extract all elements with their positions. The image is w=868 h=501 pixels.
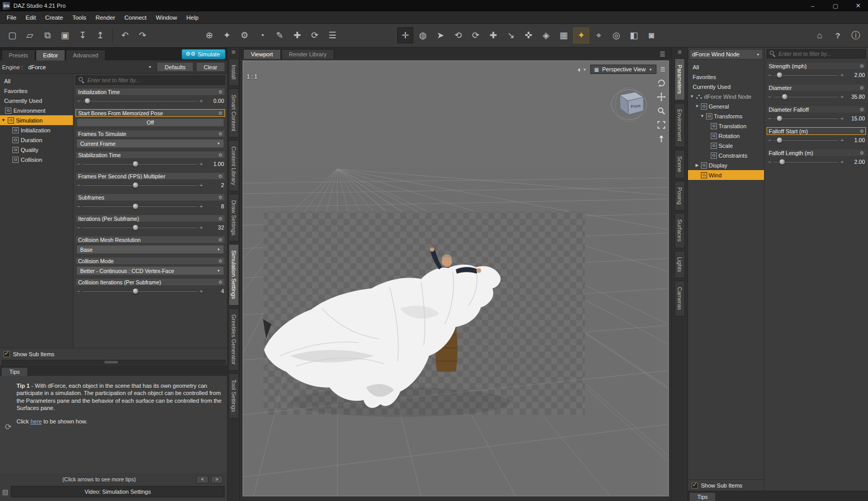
gear-icon[interactable]: ⚙ bbox=[218, 174, 222, 179]
export-icon[interactable]: ↥ bbox=[92, 27, 108, 43]
slider-decrement[interactable]: − bbox=[77, 224, 81, 231]
save-file-icon[interactable]: ▣ bbox=[57, 27, 73, 43]
slider-handle[interactable] bbox=[132, 161, 139, 167]
slider-handle[interactable] bbox=[779, 159, 785, 165]
tree-item-favorites[interactable]: Favorites bbox=[688, 72, 764, 82]
category-collision[interactable]: GCollision bbox=[0, 155, 73, 164]
slider-decrement[interactable]: − bbox=[768, 115, 772, 122]
node-selection-tool-icon[interactable]: ➤ bbox=[432, 27, 448, 43]
slider-increment[interactable]: + bbox=[199, 182, 203, 188]
show-sub-items-checkbox[interactable] bbox=[4, 351, 10, 357]
filter-input[interactable] bbox=[779, 51, 863, 57]
slider-track[interactable] bbox=[774, 135, 838, 145]
slider-track[interactable] bbox=[774, 70, 838, 80]
collision-mode-dropdown[interactable]: Better - Continuous : CCD Vertex-Face▼ bbox=[77, 266, 224, 275]
tab-environment[interactable]: Environment bbox=[675, 103, 685, 147]
surface-selection-icon[interactable]: ◧ bbox=[626, 27, 642, 43]
engine-select[interactable]: dForce▼ bbox=[25, 63, 154, 72]
menu-edit[interactable]: Edit bbox=[21, 12, 41, 23]
dform-tool-icon[interactable]: ◈ bbox=[538, 27, 554, 43]
slider-decrement[interactable]: − bbox=[77, 203, 81, 209]
scale-tool-icon[interactable]: ↘ bbox=[503, 27, 519, 43]
gear-icon[interactable]: ⚙ bbox=[218, 195, 222, 200]
category-all[interactable]: All bbox=[0, 76, 73, 86]
tab-presets[interactable]: Presets bbox=[2, 50, 35, 60]
tips-here-link[interactable]: here bbox=[31, 418, 42, 424]
viewport-canvas[interactable]: 1 : 1 ◐▼ ▦ Perspective View ▼ ☰ bbox=[243, 60, 669, 496]
slider-value[interactable]: 0.00 bbox=[205, 98, 224, 104]
category-environment[interactable]: GEnvironment bbox=[0, 105, 73, 115]
slider-increment[interactable]: + bbox=[199, 161, 203, 167]
category-duration[interactable]: GDuration bbox=[0, 135, 73, 145]
slider-track[interactable] bbox=[774, 92, 838, 102]
slider-track[interactable] bbox=[774, 113, 838, 124]
render-camera-icon[interactable]: ◙ bbox=[643, 27, 660, 43]
tab-greebles-generator[interactable]: Greebles Generator bbox=[229, 308, 239, 371]
collision-mesh-resolution-dropdown[interactable]: Base▼ bbox=[77, 245, 224, 254]
tree-item-general[interactable]: ▼GGeneral bbox=[688, 101, 764, 111]
aim-tool-icon[interactable]: ◎ bbox=[608, 27, 624, 43]
slider-handle[interactable] bbox=[776, 115, 783, 122]
slider-value[interactable]: 35.80 bbox=[846, 94, 865, 100]
tree-item-all[interactable]: All bbox=[688, 62, 764, 72]
slider-value[interactable]: 8 bbox=[205, 203, 224, 209]
tree-item-wind[interactable]: GWind bbox=[688, 170, 764, 180]
node-selector-dropdown[interactable]: dForce Wind Node ▼ bbox=[689, 49, 763, 59]
measure-metrics-icon[interactable]: ✚ bbox=[289, 27, 305, 43]
tab-smart-content[interactable]: Smart Content bbox=[229, 88, 239, 138]
gear-icon[interactable]: ⚙ bbox=[860, 64, 864, 69]
menu-file[interactable]: File bbox=[2, 12, 21, 23]
zoom-view-icon[interactable] bbox=[657, 107, 666, 115]
slider-increment[interactable]: + bbox=[840, 159, 844, 165]
gear-icon[interactable]: ⚙ bbox=[218, 89, 222, 95]
view-cube[interactable]: Front bbox=[609, 86, 649, 122]
pane-menu-icon[interactable]: ☰ bbox=[660, 51, 668, 59]
region-navigator-icon[interactable]: ⌖ bbox=[591, 27, 607, 43]
slider-value[interactable]: 4 bbox=[205, 288, 224, 294]
start-bones-toggle[interactable]: Off bbox=[77, 118, 224, 127]
tab-posing[interactable]: Posing bbox=[675, 181, 685, 211]
scrollbar-thumb[interactable] bbox=[104, 361, 118, 363]
slider-decrement[interactable]: − bbox=[77, 288, 81, 294]
slider-decrement[interactable]: − bbox=[768, 137, 772, 143]
slider-value[interactable]: 1.00 bbox=[205, 161, 224, 167]
slider-decrement[interactable]: − bbox=[77, 161, 81, 167]
translate-tool-icon[interactable]: ✚ bbox=[485, 27, 501, 43]
slider-value[interactable]: 2.00 bbox=[846, 159, 865, 165]
scene-list-icon[interactable]: ☰ bbox=[324, 27, 340, 43]
info-icon[interactable]: ⓘ bbox=[848, 27, 864, 43]
slider-track[interactable] bbox=[83, 222, 197, 233]
orbit-view-icon[interactable] bbox=[657, 79, 666, 87]
slider-value[interactable]: 2.00 bbox=[846, 72, 865, 78]
tab-parameters[interactable]: Parameters bbox=[675, 58, 685, 100]
drawstyle-sphere-icon[interactable]: ◍ bbox=[415, 27, 431, 43]
slider-handle[interactable] bbox=[132, 203, 139, 209]
next-tip-button[interactable]: > bbox=[211, 476, 223, 483]
tree-item-transforms[interactable]: ▼GTransforms bbox=[688, 111, 764, 121]
horizontal-scrollbar[interactable] bbox=[2, 360, 226, 365]
viewport-options-icon[interactable]: ☰ bbox=[660, 66, 665, 73]
slider-increment[interactable]: + bbox=[199, 288, 203, 294]
undo-icon[interactable]: ↶ bbox=[117, 27, 133, 43]
slider-track[interactable] bbox=[83, 180, 197, 190]
tab-content-library[interactable]: Content Library bbox=[229, 140, 239, 191]
slider-increment[interactable]: + bbox=[199, 224, 203, 231]
tab-viewport[interactable]: Viewport bbox=[243, 49, 281, 59]
refresh-icon[interactable]: ⟳ bbox=[307, 27, 323, 43]
slider-handle[interactable] bbox=[782, 94, 788, 100]
tips-tab[interactable]: Tips bbox=[689, 492, 716, 501]
refresh-tips-icon[interactable]: ⟳ bbox=[2, 382, 14, 471]
merge-file-icon[interactable]: ⧉ bbox=[39, 27, 55, 43]
show-sub-items-checkbox[interactable] bbox=[692, 482, 698, 489]
slider-track[interactable] bbox=[774, 157, 838, 167]
menu-connect[interactable]: Connect bbox=[119, 12, 151, 23]
slider-increment[interactable]: + bbox=[840, 115, 844, 122]
gear-icon[interactable]: ⚙ bbox=[218, 259, 222, 264]
slider-track[interactable] bbox=[83, 96, 197, 106]
slider-decrement[interactable]: − bbox=[768, 72, 772, 78]
tab-lights[interactable]: Lights bbox=[675, 251, 685, 278]
slider-value[interactable]: 2 bbox=[205, 182, 224, 188]
expand-arrow-icon[interactable]: ▼ bbox=[690, 94, 694, 99]
gear-icon[interactable]: ⚙ bbox=[218, 111, 222, 116]
timeline-icon[interactable]: ◔ bbox=[254, 27, 270, 43]
